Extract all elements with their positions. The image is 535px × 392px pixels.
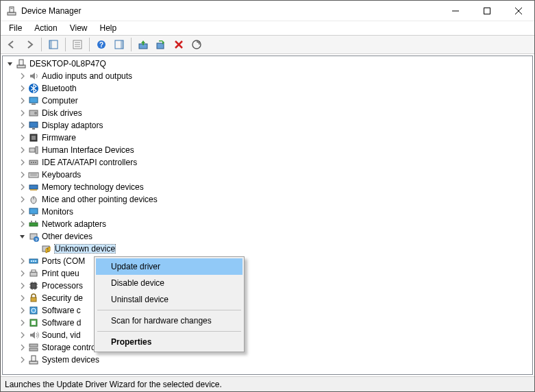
tree-item-label: Audio inputs and outputs — [42, 71, 132, 81]
expand-arrow-icon[interactable] — [18, 133, 27, 143]
tree-item-unknown[interactable]: !Unknown device — [3, 243, 532, 255]
tree-category-audio[interactable]: Audio inputs and outputs — [3, 70, 532, 82]
tree-category-monitor[interactable]: Monitors — [3, 206, 532, 218]
close-button[interactable] — [503, 1, 534, 21]
device-tree[interactable]: DESKTOP-0L8P47QAudio inputs and outputsB… — [3, 56, 532, 374]
svg-rect-47 — [29, 223, 38, 226]
svg-text:!: ! — [47, 247, 49, 252]
tree-category-disk[interactable]: Disk drives — [3, 107, 532, 119]
expand-arrow-icon[interactable] — [18, 145, 27, 155]
tree-category-bluetooth[interactable]: Bluetooth — [3, 82, 532, 95]
disk-icon — [28, 108, 39, 119]
tree-category-mouse[interactable]: Mice and other pointing devices — [3, 193, 532, 206]
svg-rect-2 — [11, 8, 13, 9]
maximize-button[interactable] — [471, 1, 503, 21]
tree-category-firmware[interactable]: Firmware — [3, 132, 532, 144]
tree-category-display[interactable]: Display adaptors — [3, 119, 532, 132]
tree-item-label: Disk drives — [42, 108, 82, 118]
expand-arrow-icon[interactable] — [18, 182, 27, 192]
disable-device-button[interactable] — [153, 36, 169, 53]
expand-arrow-icon[interactable] — [18, 96, 27, 106]
security-icon — [28, 293, 39, 304]
minimize-button[interactable] — [440, 1, 471, 21]
tree-category-keyboard[interactable]: Keyboards — [3, 169, 532, 181]
expand-arrow-icon[interactable] — [18, 232, 27, 241]
svg-rect-42 — [30, 189, 37, 191]
scan-hardware-button[interactable] — [188, 36, 205, 53]
expand-arrow-icon[interactable] — [18, 158, 27, 167]
tree-category-other[interactable]: ?Other devices — [3, 230, 532, 243]
expand-arrow-icon[interactable] — [18, 108, 27, 118]
expand-arrow-icon[interactable] — [18, 293, 27, 303]
hid-icon — [28, 145, 39, 156]
menu-view[interactable]: View — [64, 23, 93, 34]
expand-arrow-icon[interactable] — [18, 121, 27, 130]
expand-arrow-icon[interactable] — [18, 343, 27, 352]
statusbar: Launches the Update Driver Wizard for th… — [1, 376, 534, 391]
menu-file[interactable]: File — [3, 23, 27, 34]
tree-category-network[interactable]: Network adapters — [3, 218, 532, 230]
svg-rect-49 — [35, 221, 36, 223]
svg-point-56 — [31, 260, 32, 262]
toolbar-separator — [65, 38, 66, 51]
properties-button[interactable] — [69, 36, 86, 53]
expand-arrow-icon[interactable] — [18, 207, 27, 217]
tree-root[interactable]: DESKTOP-0L8P47Q — [3, 58, 532, 70]
back-button[interactable] — [3, 36, 20, 53]
expand-arrow-icon[interactable] — [18, 170, 27, 180]
tree-category-sound[interactable]: Sound, vid — [3, 329, 532, 341]
svg-rect-0 — [8, 12, 16, 15]
tree-category-printq[interactable]: Print queu — [3, 267, 532, 280]
tree-category-computer[interactable]: Computer — [3, 95, 532, 107]
forward-button[interactable] — [21, 36, 38, 53]
ctx-update-driver[interactable]: Update driver — [96, 258, 242, 275]
tree-category-storage[interactable]: Storage controllers — [3, 341, 532, 354]
expand-arrow-icon[interactable] — [5, 59, 15, 69]
tree-category-sysdev[interactable]: System devices — [3, 354, 532, 366]
softdev-icon — [28, 317, 39, 328]
ctx-disable-device[interactable]: Disable device — [96, 275, 242, 291]
expand-arrow-icon[interactable] — [18, 306, 27, 315]
help-button[interactable]: ? — [93, 36, 110, 53]
tree-category-ports[interactable]: Ports (COM — [3, 255, 532, 267]
tree-category-ide[interactable]: IDE ATA/ATAPI controllers — [3, 156, 532, 169]
menu-action[interactable]: Action — [29, 23, 62, 34]
expand-arrow-icon[interactable] — [18, 195, 27, 204]
expand-arrow-icon[interactable] — [18, 318, 27, 328]
ctx-scan-hardware[interactable]: Scan for hardware changes — [96, 313, 242, 329]
tree-category-hid[interactable]: Human Interface Devices — [3, 144, 532, 156]
uninstall-device-button[interactable] — [171, 36, 187, 53]
sound-icon — [28, 330, 39, 341]
menu-help[interactable]: Help — [95, 23, 123, 34]
expand-arrow-icon[interactable] — [18, 330, 27, 340]
tree-item-label: Firmware — [42, 133, 76, 143]
toolbar: ? — [1, 35, 534, 54]
action-pane-button[interactable] — [111, 36, 127, 53]
svg-point-57 — [33, 260, 34, 262]
tree-category-softdev[interactable]: Software d — [3, 317, 532, 329]
expand-arrow-icon[interactable] — [30, 244, 40, 254]
expand-arrow-icon[interactable] — [18, 256, 27, 266]
expand-arrow-icon[interactable] — [18, 355, 27, 365]
update-driver-button[interactable] — [135, 36, 151, 53]
tree-category-cpu[interactable]: Processors — [3, 280, 532, 292]
svg-rect-29 — [32, 128, 35, 130]
expand-arrow-icon[interactable] — [18, 71, 27, 81]
toolbar-separator — [89, 38, 90, 51]
expand-arrow-icon[interactable] — [18, 84, 27, 93]
expand-arrow-icon[interactable] — [18, 219, 27, 229]
expand-arrow-icon[interactable] — [18, 269, 27, 278]
tree-category-memtech[interactable]: Memory technology devices — [3, 181, 532, 193]
tree-category-security[interactable]: Security de — [3, 292, 532, 304]
show-hide-console-tree-button[interactable] — [45, 36, 62, 53]
tree-item-label: Ports (COM — [42, 256, 85, 266]
ctx-uninstall-device[interactable]: Uninstall device — [96, 291, 242, 308]
tree-category-softcomp[interactable]: Software c — [3, 304, 532, 317]
memtech-icon — [28, 182, 39, 193]
menubar: File Action View Help — [1, 21, 534, 35]
tree-item-label: Print queu — [42, 269, 79, 278]
expand-arrow-icon[interactable] — [18, 281, 27, 291]
ctx-properties[interactable]: Properties — [96, 334, 242, 350]
status-text: Launches the Update Driver Wizard for th… — [5, 380, 222, 389]
ctx-separator — [97, 310, 241, 310]
